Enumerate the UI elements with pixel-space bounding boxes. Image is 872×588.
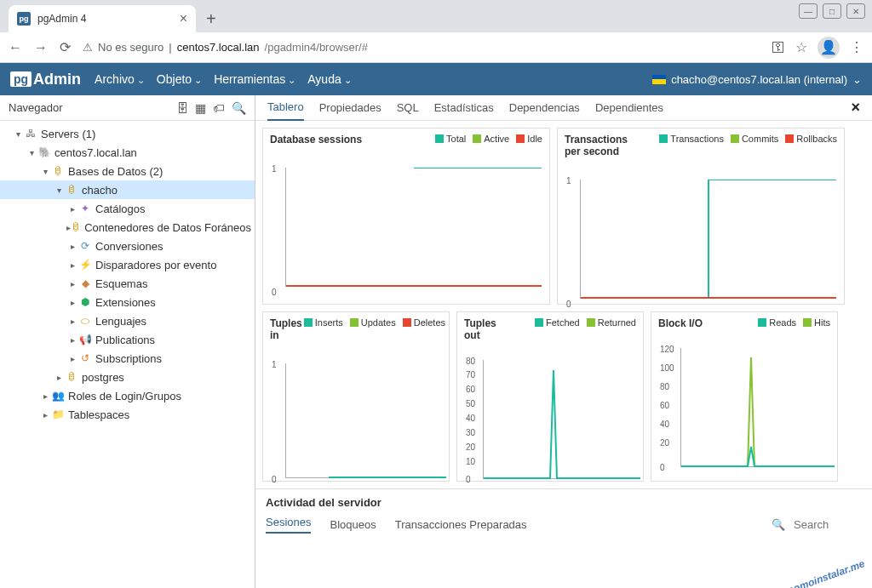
- window-controls: — □ ✕: [799, 3, 865, 19]
- tuples-in-plot: [285, 363, 445, 478]
- tree-subscriptions[interactable]: ▸↺Subscriptions: [0, 349, 255, 368]
- tree-fdw[interactable]: ▸🛢Contenedores de Datos Foráneos: [0, 218, 255, 237]
- logo-text: Admin: [33, 71, 81, 88]
- activity-tab-locks[interactable]: Bloqueos: [330, 518, 376, 531]
- tab-sql[interactable]: SQL: [397, 95, 419, 121]
- tree-extensions[interactable]: ▸⬢Extensiones: [0, 293, 255, 311]
- swatch-orange-icon: [516, 134, 525, 143]
- tree-schemas[interactable]: ▸◆Esquemas: [0, 274, 255, 293]
- pgadmin-favicon-icon: pg: [17, 12, 31, 26]
- main-content: Tablero Propiedades SQL Estadísticas Dep…: [255, 95, 872, 588]
- query-tool-icon[interactable]: 🗄: [176, 101, 188, 115]
- menu-object[interactable]: Objeto: [157, 72, 202, 86]
- block-io-legend: Reads Hits: [758, 317, 830, 328]
- forward-button[interactable]: →: [34, 40, 48, 55]
- swatch-teal-icon: [758, 318, 766, 327]
- swatch-green-icon: [731, 134, 739, 143]
- card-block-io: Block I/O Reads Hits 120100806040200: [651, 311, 838, 482]
- tree-db-postgres[interactable]: ▸🛢postgres: [0, 368, 255, 386]
- reload-button[interactable]: ⟳: [60, 39, 71, 55]
- user-menu[interactable]: chacho@centos7.local.lan (internal) ⌄: [652, 73, 862, 86]
- tab-dependents[interactable]: Dependientes: [595, 95, 663, 121]
- menu-file[interactable]: Archivo: [95, 72, 145, 86]
- trigger-icon: ⚡: [78, 258, 92, 271]
- tree-languages[interactable]: ▸⬭Lenguajes: [0, 311, 255, 330]
- activity-tab-prepared[interactable]: Transacciones Preparadas: [395, 518, 527, 531]
- object-tree[interactable]: ▾🖧Servers (1) ▾🐘centos7.local.lan ▾🛢Base…: [0, 121, 255, 588]
- swatch-green-icon: [473, 134, 481, 143]
- insecure-icon: ⚠: [83, 41, 93, 54]
- tab-dependencies[interactable]: Dependencias: [509, 95, 580, 121]
- block-io-plot: [680, 348, 834, 467]
- card-tuples-out: Tuples out Fetched Returned 807060504030…: [456, 311, 644, 482]
- tree-db-chacho[interactable]: ▾🛢chacho: [0, 180, 255, 199]
- browser-tab-bar: pg pgAdmin 4 × +: [0, 0, 872, 32]
- minimize-button[interactable]: —: [799, 3, 818, 19]
- tree-tablespaces[interactable]: ▸📁Tablespaces: [0, 405, 255, 424]
- tuples-out-title: Tuples out: [464, 317, 498, 341]
- swatch-orange-icon: [785, 134, 794, 143]
- tree-conversions[interactable]: ▸⟳Conversiones: [0, 237, 255, 255]
- database-group-icon: 🛢: [51, 164, 65, 178]
- tree-databases[interactable]: ▾🛢Bases de Datos (2): [0, 162, 255, 180]
- tree-catalogs[interactable]: ▸✦Catálogos: [0, 199, 255, 218]
- schema-icon: ◆: [78, 277, 92, 290]
- swatch-green-icon: [587, 318, 595, 327]
- user-label: chacho@centos7.local.lan (internal): [671, 73, 847, 86]
- tab-dashboard[interactable]: Tablero: [267, 95, 304, 121]
- swatch-orange-icon: [403, 318, 411, 327]
- url-path: /pgadmin4/browser/#: [265, 41, 368, 54]
- extension-icon: ⬢: [78, 295, 92, 309]
- conversion-icon: ⟳: [78, 239, 92, 253]
- tree-server-centos7[interactable]: ▾🐘centos7.local.lan: [0, 143, 255, 162]
- tree-event-triggers[interactable]: ▸⚡Disparadores por evento: [0, 255, 255, 274]
- server-activity: Actividad del servidor Sesiones Bloqueos…: [255, 488, 872, 540]
- close-panel-icon[interactable]: ×: [851, 99, 860, 117]
- browser-menu-icon[interactable]: ⋮: [850, 39, 863, 55]
- language-icon: ⬭: [78, 314, 92, 328]
- swatch-teal-icon: [435, 134, 444, 143]
- roles-icon: 👥: [51, 389, 65, 402]
- pgadmin-logo[interactable]: pgAdmin: [10, 71, 81, 88]
- navigator-title: Navegador: [9, 101, 63, 114]
- tree-publications[interactable]: ▸📢Publications: [0, 330, 255, 349]
- key-icon[interactable]: ⚿: [772, 40, 785, 55]
- tree-servers[interactable]: ▾🖧Servers (1): [0, 124, 255, 143]
- maximize-button[interactable]: □: [823, 3, 841, 19]
- sessions-legend: Total Active Idle: [435, 134, 542, 144]
- swatch-green-icon: [803, 318, 812, 327]
- back-button[interactable]: ←: [9, 40, 22, 55]
- close-window-button[interactable]: ✕: [846, 3, 865, 19]
- activity-search-icon[interactable]: 🔍: [772, 518, 785, 531]
- tree-roles[interactable]: ▸👥Roles de Login/Grupos: [0, 386, 255, 405]
- view-data-icon[interactable]: ▦: [195, 101, 206, 115]
- menu-help[interactable]: Ayuda: [307, 72, 352, 86]
- activity-title: Actividad del servidor: [266, 496, 862, 509]
- tuples-out-legend: Fetched Returned: [535, 317, 636, 328]
- logo-box: pg: [10, 71, 32, 87]
- tab-properties[interactable]: Propiedades: [319, 95, 382, 121]
- tuples-out-plot: [483, 360, 640, 479]
- flag-icon: [652, 75, 666, 84]
- profile-avatar-icon[interactable]: 👤: [818, 37, 840, 59]
- search-objects-icon[interactable]: 🔍: [232, 101, 246, 115]
- content-tabs: Tablero Propiedades SQL Estadísticas Dep…: [255, 95, 872, 121]
- filter-icon[interactable]: 🏷: [213, 101, 225, 115]
- card-sessions: Database sessions Total Active Idle 1 0: [262, 128, 550, 305]
- card-tps: Transactions per second Transactions Com…: [557, 128, 845, 305]
- address-field[interactable]: ⚠ No es seguro | centos7.local.lan/pgadm…: [83, 41, 760, 54]
- new-tab-button[interactable]: +: [196, 5, 227, 32]
- fdw-icon: 🛢: [71, 220, 81, 234]
- tab-close-icon[interactable]: ×: [180, 11, 187, 26]
- tab-statistics[interactable]: Estadísticas: [434, 95, 494, 121]
- menu-tools[interactable]: Herramientas: [214, 72, 295, 86]
- tuples-in-legend: Inserts Updates Deletes: [304, 317, 445, 328]
- activity-tab-sessions[interactable]: Sesiones: [266, 516, 311, 534]
- subscription-icon: ↺: [78, 351, 92, 365]
- browser-tab[interactable]: pg pgAdmin 4 ×: [9, 5, 196, 32]
- publication-icon: 📢: [78, 333, 92, 346]
- catalog-icon: ✦: [78, 202, 92, 215]
- servers-icon: 🖧: [24, 127, 37, 140]
- bookmark-star-icon[interactable]: ☆: [795, 39, 807, 55]
- activity-search-input[interactable]: [794, 518, 862, 531]
